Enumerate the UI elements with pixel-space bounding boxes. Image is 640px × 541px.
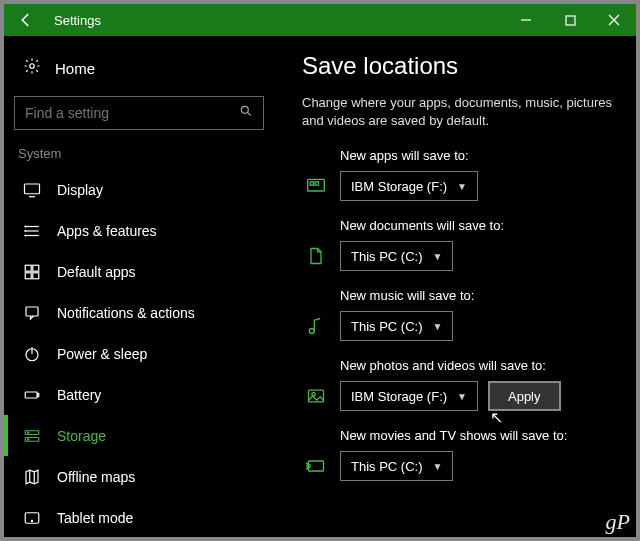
location-dropdown[interactable]: This PC (C:)▼ <box>340 311 453 341</box>
window-title: Settings <box>54 13 504 28</box>
svg-rect-17 <box>25 272 31 278</box>
dropdown-value: This PC (C:) <box>351 319 423 334</box>
search-icon <box>239 104 253 122</box>
sidebar-item-label: Storage <box>57 428 106 444</box>
save-location-setting: New music will save to:This PC (C:)▼ <box>302 288 624 341</box>
svg-rect-23 <box>37 393 39 396</box>
svg-point-5 <box>241 106 248 113</box>
home-label: Home <box>55 60 95 77</box>
page-description: Change where your apps, documents, music… <box>302 94 624 130</box>
minimize-button[interactable] <box>504 4 548 36</box>
dropdown-value: This PC (C:) <box>351 249 423 264</box>
svg-point-35 <box>309 329 314 334</box>
movies-icon <box>302 455 330 477</box>
sidebar-item-label: Apps & features <box>57 223 157 239</box>
defaultapps-icon <box>23 263 41 281</box>
chevron-down-icon: ▼ <box>433 461 443 472</box>
svg-rect-15 <box>25 265 31 271</box>
setting-label: New movies and TV shows will save to: <box>302 428 624 443</box>
chevron-down-icon: ▼ <box>433 251 443 262</box>
power-icon <box>23 345 41 363</box>
svg-rect-22 <box>25 392 37 398</box>
close-button[interactable] <box>592 4 636 36</box>
home-link[interactable]: Home <box>14 50 264 86</box>
gear-icon <box>23 57 41 79</box>
sidebar-item-label: Notifications & actions <box>57 305 195 321</box>
location-dropdown[interactable]: This PC (C:)▼ <box>340 241 453 271</box>
save-location-setting: New photos and videos will save to:IBM S… <box>302 358 624 411</box>
storage-icon <box>23 427 41 445</box>
svg-rect-7 <box>25 184 40 194</box>
tablet-icon <box>23 509 41 527</box>
save-location-setting: New apps will save to:IBM Storage (F:)▼ <box>302 148 624 201</box>
apps-icon <box>23 222 41 240</box>
save-location-setting: New documents will save to:This PC (C:)▼ <box>302 218 624 271</box>
svg-rect-1 <box>566 16 575 25</box>
svg-rect-19 <box>26 307 38 316</box>
svg-line-6 <box>247 112 250 115</box>
svg-point-12 <box>25 226 26 227</box>
battery-icon <box>23 386 41 404</box>
location-dropdown[interactable]: IBM Storage (F:)▼ <box>340 381 478 411</box>
page-title: Save locations <box>302 52 624 80</box>
sidebar-item-label: Display <box>57 182 103 198</box>
sidebar-item-label: Offline maps <box>57 469 135 485</box>
sidebar-item-apps[interactable]: Apps & features <box>14 210 264 251</box>
svg-rect-18 <box>33 272 39 278</box>
svg-point-14 <box>25 235 26 236</box>
svg-point-26 <box>28 432 29 433</box>
sidebar-item-notifications[interactable]: Notifications & actions <box>14 292 264 333</box>
sidebar-item-maps[interactable]: Offline maps <box>14 456 264 497</box>
search-input[interactable] <box>14 96 264 130</box>
apply-button[interactable]: Apply <box>488 381 561 411</box>
sidebar-item-storage[interactable]: Storage <box>14 415 264 456</box>
sidebar: Home System DisplayApps & featuresDefaul… <box>4 36 274 537</box>
chevron-down-icon: ▼ <box>457 181 467 192</box>
sidebar-item-battery[interactable]: Battery <box>14 374 264 415</box>
setting-label: New photos and videos will save to: <box>302 358 624 373</box>
dropdown-value: IBM Storage (F:) <box>351 389 447 404</box>
chevron-down-icon: ▼ <box>457 391 467 402</box>
sidebar-item-label: Power & sleep <box>57 346 147 362</box>
apps-icon <box>302 175 330 197</box>
search-field[interactable] <box>25 105 239 121</box>
sidebar-item-tablet[interactable]: Tablet mode <box>14 497 264 537</box>
setting-label: New music will save to: <box>302 288 624 303</box>
sidebar-item-display[interactable]: Display <box>14 169 264 210</box>
dropdown-value: This PC (C:) <box>351 459 423 474</box>
watermark: gP <box>606 509 630 535</box>
svg-point-13 <box>25 230 26 231</box>
svg-rect-16 <box>33 265 39 271</box>
sidebar-item-defaultapps[interactable]: Default apps <box>14 251 264 292</box>
music-icon <box>302 315 330 337</box>
svg-rect-34 <box>315 182 318 185</box>
setting-label: New apps will save to: <box>302 148 624 163</box>
location-dropdown[interactable]: This PC (C:)▼ <box>340 451 453 481</box>
main-content: Save locations Change where your apps, d… <box>274 36 636 537</box>
sidebar-item-label: Default apps <box>57 264 136 280</box>
setting-label: New documents will save to: <box>302 218 624 233</box>
titlebar: Settings <box>4 4 636 36</box>
sidebar-item-label: Tablet mode <box>57 510 133 526</box>
back-button[interactable] <box>4 4 48 36</box>
notifications-icon <box>23 304 41 322</box>
photos-icon <box>302 385 330 407</box>
display-icon <box>23 181 41 199</box>
chevron-down-icon: ▼ <box>433 321 443 332</box>
location-dropdown[interactable]: IBM Storage (F:)▼ <box>340 171 478 201</box>
documents-icon <box>302 245 330 267</box>
svg-point-27 <box>28 438 29 439</box>
sidebar-item-power[interactable]: Power & sleep <box>14 333 264 374</box>
dropdown-value: IBM Storage (F:) <box>351 179 447 194</box>
svg-point-31 <box>31 520 32 521</box>
svg-point-4 <box>30 64 35 69</box>
svg-rect-33 <box>310 182 313 185</box>
sidebar-item-label: Battery <box>57 387 101 403</box>
section-label: System <box>14 146 264 161</box>
maps-icon <box>23 468 41 486</box>
maximize-button[interactable] <box>548 4 592 36</box>
save-location-setting: New movies and TV shows will save to:Thi… <box>302 428 624 481</box>
